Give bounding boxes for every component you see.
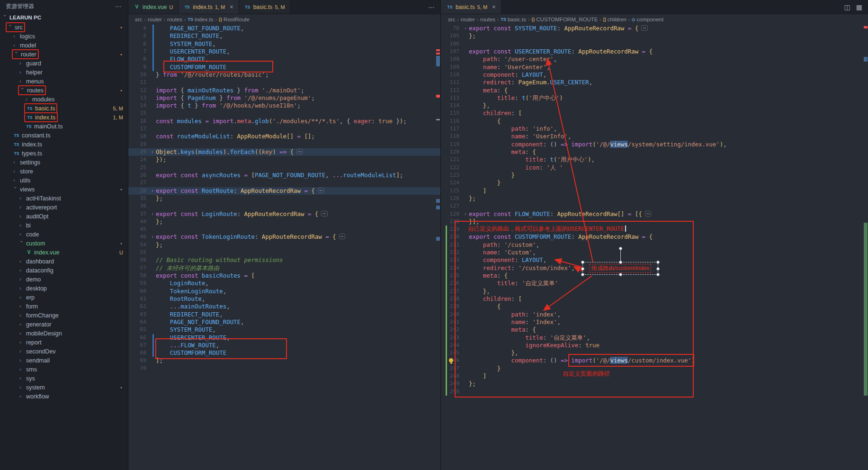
- code-line-117[interactable]: 117 path: 'info',: [441, 125, 868, 133]
- code-line-246[interactable]: 246 component: () => import('/@/views/cu…: [441, 357, 868, 364]
- code-line-61[interactable]: 61 RootRoute,: [128, 295, 440, 303]
- code-line-45[interactable]: 45: [128, 226, 440, 233]
- code-line-105[interactable]: 105};: [441, 32, 868, 40]
- breadcrumb-item-src[interactable]: src: [448, 17, 455, 22]
- code-line-5[interactable]: 5 REDIRECT_ROUTE,: [128, 32, 440, 40]
- code-line-236[interactable]: 236 title: '自定义菜单': [441, 280, 868, 287]
- code-line-109[interactable]: 109 name: 'UserCenter',: [441, 63, 868, 71]
- code-line-13[interactable]: 13import { PageEnum } from '/@/enums/pag…: [128, 94, 440, 102]
- code-line-228[interactable]: 228}];: [441, 218, 868, 226]
- tree-item-utils[interactable]: ›utils: [0, 176, 128, 185]
- code-line-27[interactable]: 27: [128, 179, 440, 187]
- code-line-116[interactable]: 116 {: [441, 118, 868, 125]
- breadcrumb-item-index.ts[interactable]: TSindex.ts: [188, 17, 213, 22]
- tab-basic.ts[interactable]: TSbasic.ts5, M×: [441, 0, 501, 14]
- breadcrumb-item-basic.ts[interactable]: TSbasic.ts: [501, 17, 526, 22]
- code-line-230[interactable]: 230export const CUSTOMFORM_ROUTE: AppRou…: [441, 233, 868, 241]
- code-editor[interactable]: 76›export const SYSTEM_ROUTE: AppRouteRe…: [441, 25, 868, 470]
- code-line-6[interactable]: 6 SYSTEM_ROUTE,: [128, 40, 440, 48]
- folded-code-ellipsis[interactable]: ⋯: [645, 211, 651, 217]
- folded-code-ellipsis[interactable]: ⋯: [321, 211, 327, 217]
- code-line-121[interactable]: 121 title: t('用户中心'),: [441, 156, 868, 163]
- tree-item-report[interactable]: ›report: [0, 338, 128, 347]
- code-line-250[interactable]: 250: [441, 388, 868, 396]
- breadcrumb-item-routes[interactable]: routes: [480, 17, 495, 22]
- tree-item-index.ts[interactable]: TSindex.ts1, M: [0, 113, 128, 122]
- code-line-7[interactable]: 7 USERCENTER_ROUTE,: [128, 48, 440, 55]
- tree-item-workflow[interactable]: ›workflow: [0, 392, 128, 401]
- breadcrumb-item-routes[interactable]: routes: [167, 17, 182, 22]
- fold-expand-icon[interactable]: ›: [149, 210, 156, 218]
- tree-item-src[interactable]: ›src●: [0, 23, 128, 32]
- tree-item-mobileDesign[interactable]: ›mobileDesign: [0, 329, 128, 338]
- tree-item-model[interactable]: ›model: [0, 41, 128, 50]
- code-line-106[interactable]: 106: [441, 40, 868, 48]
- tree-item-form[interactable]: ›form: [0, 302, 128, 311]
- fold-expand-icon[interactable]: ›: [149, 187, 156, 195]
- tab-index.vue[interactable]: Vindex.vueU: [128, 0, 179, 14]
- folded-code-ellipsis[interactable]: ⋯: [318, 188, 324, 193]
- overview-ruler[interactable]: [436, 0, 440, 470]
- tree-item-logics[interactable]: ›logics: [0, 32, 128, 41]
- code-line-58[interactable]: 58export const basicRoutes = [: [128, 272, 440, 280]
- tree-item-auditOpt[interactable]: ›auditOpt: [0, 212, 128, 221]
- code-line-241[interactable]: 241 name: 'Index',: [441, 318, 868, 326]
- fold-expand-icon[interactable]: ›: [149, 148, 156, 156]
- code-line-240[interactable]: 240 path: 'index',: [441, 311, 868, 318]
- code-line-15[interactable]: 15: [128, 109, 440, 117]
- tree-item-index.vue[interactable]: Vindex.vueU: [0, 248, 128, 257]
- tree-item-secondDev[interactable]: ›secondDev: [0, 347, 128, 356]
- code-line-36[interactable]: 36: [128, 202, 440, 210]
- tree-item-helper[interactable]: ›helper: [0, 68, 128, 77]
- code-line-245[interactable]: 245 },: [441, 349, 868, 357]
- code-line-235[interactable]: 235 meta: {: [441, 272, 868, 280]
- fold-expand-icon[interactable]: ›: [462, 25, 469, 32]
- code-editor[interactable]: 4 PAGE_NOT_FOUND_ROUTE,5 REDIRECT_ROUTE,…: [128, 25, 440, 470]
- fold-expand-icon[interactable]: ›: [462, 210, 469, 218]
- code-line-66[interactable]: 66 USERCENTER_ROUTE,: [128, 334, 440, 342]
- editor-layout-icon[interactable]: ▦: [856, 3, 862, 11]
- code-line-119[interactable]: 119 component: () => import('/@/views/sy…: [441, 141, 868, 148]
- breadcrumb-item-CUSTOMFORM_ROUTE[interactable]: {}CUSTOMFORM_ROUTE: [531, 17, 598, 22]
- code-line-112[interactable]: 112 meta: {: [441, 87, 868, 94]
- more-actions-icon[interactable]: ⋯: [115, 2, 122, 10]
- code-line-69[interactable]: 69];: [128, 357, 440, 364]
- code-line-57[interactable]: 57// 未经许可的基本路由: [128, 264, 440, 272]
- code-line-120[interactable]: 120 meta: {: [441, 148, 868, 156]
- code-line-126[interactable]: 126};: [441, 195, 868, 202]
- code-line-127[interactable]: 127: [441, 202, 868, 210]
- tree-item-code[interactable]: ›code: [0, 230, 128, 239]
- code-line-123[interactable]: 123 }: [441, 172, 868, 179]
- code-line-12[interactable]: 12import { mainOutRoutes } from './mainO…: [128, 87, 440, 94]
- tree-item-constant.ts[interactable]: TSconstant.ts: [0, 131, 128, 140]
- breadcrumb-item-router[interactable]: router: [148, 17, 162, 22]
- tree-item-sms[interactable]: ›sms: [0, 365, 128, 374]
- overview-ruler[interactable]: [863, 0, 868, 470]
- code-line-239[interactable]: 239 {: [441, 303, 868, 310]
- code-line-118[interactable]: 118 name: 'UserInfo',: [441, 133, 868, 140]
- tree-item-routes[interactable]: ›routes●: [0, 86, 128, 95]
- code-line-25[interactable]: 25: [128, 164, 440, 172]
- tree-item-dataconfig[interactable]: ›dataconfig: [0, 266, 128, 275]
- tree-item-mainOut.ts[interactable]: TSmainOut.ts: [0, 122, 128, 131]
- code-line-237[interactable]: 237 },: [441, 288, 868, 295]
- tree-item-basic.ts[interactable]: TSbasic.ts5, M: [0, 104, 128, 113]
- tree-item-store[interactable]: ›store: [0, 167, 128, 176]
- code-line-65[interactable]: 65 SYSTEM_ROUTE,: [128, 326, 440, 334]
- tree-item-system[interactable]: ›system●: [0, 383, 128, 392]
- breadcrumb-item-router[interactable]: router: [461, 17, 475, 22]
- code-line-67[interactable]: 67 ...FLOW_ROUTE,: [128, 342, 440, 349]
- breadcrumb-item-src[interactable]: src: [135, 17, 142, 22]
- code-line-128[interactable]: 128›export const FLOW_ROUTE: AppRouteRec…: [441, 210, 868, 218]
- code-line-111[interactable]: 111 redirect: PageEnum.USER_CENTER,: [441, 79, 868, 86]
- code-line-10[interactable]: 10} from '/@/router/routes/basic';: [128, 71, 440, 79]
- breadcrumb-item-children[interactable]: []children: [603, 17, 626, 22]
- tab-basic.ts[interactable]: TSbasic.ts5, M: [239, 0, 291, 14]
- code-line-60[interactable]: 60 TokenLoginRoute,: [128, 288, 440, 295]
- tree-item-desktop[interactable]: ›desktop: [0, 284, 128, 293]
- code-line-16[interactable]: 16const modules = import.meta.glob('./mo…: [128, 118, 440, 125]
- code-line-24[interactable]: 24});: [128, 156, 440, 163]
- code-line-35[interactable]: 35};: [128, 195, 440, 202]
- code-line-46[interactable]: 46›export const TokenLoginRoute: AppRout…: [128, 233, 440, 241]
- code-line-115[interactable]: 115 children: [: [441, 109, 868, 117]
